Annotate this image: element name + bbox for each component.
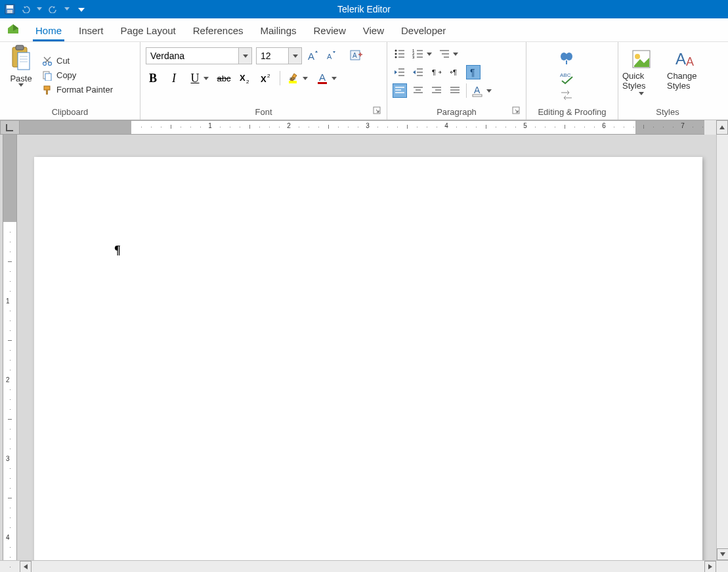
font-color-button[interactable]: A — [316, 71, 330, 85]
undo-dropdown-icon[interactable] — [35, 3, 43, 15]
ruler-corner-icon[interactable] — [0, 120, 20, 135]
decrease-indent-button[interactable] — [393, 65, 407, 79]
document-page[interactable]: ¶ — [34, 157, 702, 560]
copy-label: Copy — [56, 70, 76, 80]
bullet-list-button[interactable] — [393, 47, 407, 61]
document-viewport[interactable]: ¶ — [20, 135, 716, 560]
svg-point-34 — [395, 56, 397, 58]
strikethrough-button[interactable]: abc — [217, 71, 231, 85]
svg-rect-67 — [473, 95, 482, 97]
vertical-ruler[interactable]: 1234 — [3, 135, 17, 560]
font-size-combo[interactable]: 12 — [256, 47, 302, 64]
redo-dropdown-icon[interactable] — [63, 3, 71, 15]
clear-formatting-button[interactable]: A — [349, 49, 364, 63]
align-justify-button[interactable] — [448, 83, 462, 98]
ruler-h-number: 1 — [208, 122, 212, 129]
tab-view[interactable]: View — [360, 21, 387, 41]
spellcheck-icon[interactable]: ABC — [559, 70, 574, 85]
change-styles-button[interactable]: AA Change Styles — [667, 49, 705, 91]
font-name-value: Verdana — [146, 51, 238, 61]
ruler-v-number: 1 — [6, 297, 10, 305]
group-styles: Quick Styles AA Change Styles Styles — [618, 42, 717, 120]
chevron-down-icon[interactable] — [238, 48, 251, 64]
paste-button[interactable]: Paste — [4, 45, 38, 106]
paste-dropdown-icon[interactable] — [17, 83, 25, 87]
underline-button[interactable]: U — [188, 71, 202, 85]
superscript-button[interactable]: X2 — [259, 71, 273, 85]
scroll-down-button[interactable] — [717, 548, 728, 560]
number-list-dropdown-icon[interactable] — [425, 53, 433, 56]
replace-icon[interactable] — [559, 89, 574, 104]
redo-icon[interactable] — [47, 3, 59, 15]
svg-text:X: X — [240, 73, 246, 83]
svg-rect-28 — [318, 82, 327, 84]
tab-mailings[interactable]: Mailings — [258, 21, 299, 41]
ribbon-tabbar: Home Insert Page Layout References Maili… — [0, 18, 728, 42]
highlight-dropdown-icon[interactable] — [301, 77, 309, 80]
rtl-button[interactable]: ¶ — [448, 65, 462, 79]
tab-page-layout[interactable]: Page Layout — [118, 21, 179, 41]
svg-point-30 — [395, 50, 397, 52]
scroll-up-button[interactable] — [716, 120, 728, 135]
italic-button[interactable]: I — [167, 71, 181, 85]
align-left-button[interactable] — [393, 83, 407, 98]
increase-indent-button[interactable] — [411, 65, 425, 79]
show-marks-button[interactable]: ¶ — [466, 65, 481, 79]
tab-review[interactable]: Review — [311, 21, 349, 41]
svg-rect-4 — [16, 45, 24, 50]
qat-customize-icon[interactable] — [77, 3, 85, 15]
horizontal-ruler[interactable]: 1234567 — [20, 120, 704, 135]
chevron-down-icon[interactable] — [288, 48, 301, 64]
tab-insert[interactable]: Insert — [76, 21, 106, 41]
save-icon[interactable] — [4, 3, 16, 15]
ruler-h-number: 5 — [523, 122, 527, 129]
quick-access-toolbar — [0, 3, 85, 15]
highlight-button[interactable]: ab — [287, 71, 301, 85]
tab-developer[interactable]: Developer — [398, 21, 448, 41]
svg-rect-5 — [18, 53, 30, 70]
multilevel-dropdown-icon[interactable] — [452, 53, 460, 56]
underline-dropdown-icon[interactable] — [202, 77, 210, 80]
document-area: 1234 ¶ — [0, 135, 728, 560]
ruler-h-number: 2 — [287, 122, 291, 129]
multilevel-list-button[interactable] — [437, 47, 452, 61]
ltr-button[interactable]: ¶ — [429, 65, 444, 79]
ruler-v-number: 4 — [6, 534, 10, 541]
scroll-right-button[interactable] — [704, 561, 716, 572]
scroll-left-button[interactable] — [20, 561, 32, 572]
change-styles-icon: AA — [675, 49, 696, 70]
format-painter-button[interactable]: Format Painter — [42, 85, 113, 95]
svg-text:3: 3 — [412, 55, 415, 59]
horizontal-scrollbar[interactable] — [0, 560, 728, 572]
svg-text:¶: ¶ — [453, 68, 457, 76]
align-center-button[interactable] — [411, 83, 425, 98]
app-icon[interactable] — [5, 22, 21, 37]
number-list-button[interactable]: 123 — [411, 47, 425, 61]
paragraph-dialog-launcher-icon[interactable] — [511, 106, 521, 116]
tab-home[interactable]: Home — [33, 21, 64, 41]
styles-group-label: Styles — [622, 106, 713, 117]
font-name-combo[interactable]: Verdana — [146, 47, 252, 64]
font-color-dropdown-icon[interactable] — [330, 77, 338, 80]
subscript-button[interactable]: X2 — [238, 71, 252, 85]
cut-button[interactable]: Cut — [42, 56, 113, 66]
svg-point-75 — [635, 54, 640, 59]
shrink-font-button[interactable]: A — [324, 49, 339, 63]
quick-styles-button[interactable]: Quick Styles — [622, 49, 660, 95]
ruler-top-margin — [3, 135, 16, 222]
svg-text:A: A — [675, 50, 686, 68]
align-right-button[interactable] — [429, 83, 444, 98]
copy-button[interactable]: Copy — [42, 70, 113, 81]
editing-group-label: Editing & Proofing — [530, 106, 614, 117]
vertical-scrollbar[interactable] — [716, 135, 728, 560]
bold-button[interactable]: B — [146, 71, 160, 85]
grow-font-button[interactable]: A — [306, 49, 320, 63]
font-dialog-launcher-icon[interactable] — [372, 106, 381, 116]
tab-references[interactable]: References — [190, 21, 246, 41]
find-icon[interactable] — [559, 51, 574, 66]
svg-text:2: 2 — [246, 79, 249, 83]
undo-icon[interactable] — [20, 3, 32, 15]
quick-styles-dropdown-icon[interactable] — [637, 92, 645, 95]
shading-dropdown-icon[interactable] — [485, 89, 493, 93]
shading-button[interactable]: A — [471, 83, 485, 98]
